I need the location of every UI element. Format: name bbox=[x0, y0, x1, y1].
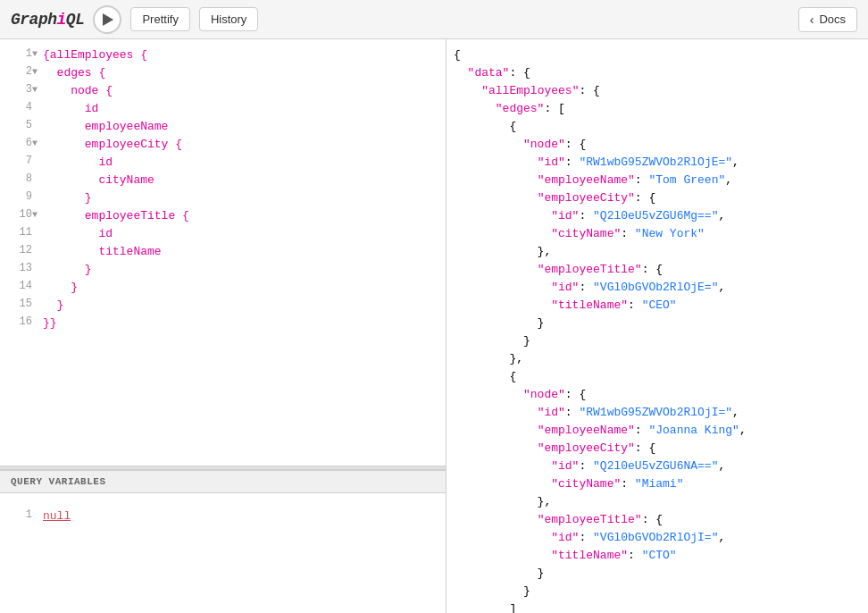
fold-arrow[interactable]: ▼ bbox=[32, 67, 41, 76]
fold-arrow[interactable]: ▼ bbox=[32, 139, 41, 147]
line-number: 8 bbox=[7, 172, 32, 185]
query-line: 5 employeeName bbox=[0, 118, 446, 136]
line-content: titleName bbox=[43, 243, 438, 261]
response-line: "employeeName": "Tom Green", bbox=[447, 172, 868, 189]
query-line: 8 cityName bbox=[0, 172, 446, 189]
line-content: "employeeCity": { bbox=[454, 189, 861, 207]
response-line: "node": { bbox=[447, 136, 868, 154]
line-content: "titleName": "CTO" bbox=[454, 547, 861, 565]
line-content: "edges": [ bbox=[454, 100, 861, 118]
line-content: } bbox=[454, 583, 861, 600]
line-content: "id": "RW1wbG95ZWVOb2RlOjI=", bbox=[454, 404, 861, 422]
fold-arrow[interactable]: ▼ bbox=[32, 85, 41, 94]
line-content: id bbox=[43, 225, 438, 243]
response-panel[interactable]: { "data": { "allEmployees": { "edges": [… bbox=[447, 39, 868, 613]
line-content: { bbox=[454, 118, 861, 136]
variable-line: 1null bbox=[0, 508, 446, 525]
line-content: employeeCity { bbox=[43, 136, 438, 154]
line-number: 7 bbox=[7, 154, 32, 167]
fold-arrow[interactable]: ▼ bbox=[32, 210, 41, 219]
response-line: "edges": [ bbox=[447, 100, 868, 118]
response-line: "employeeName": "Joanna King", bbox=[447, 422, 868, 440]
response-line: "id": "VGl0bGVOb2RlOjI=", bbox=[447, 529, 868, 547]
response-line: "titleName": "CTO" bbox=[447, 547, 868, 565]
line-content: node { bbox=[43, 82, 438, 100]
left-panel: 1▼{allEmployees {2▼ edges {3▼ node {4 id… bbox=[0, 39, 447, 613]
line-content: { bbox=[454, 368, 861, 386]
play-icon bbox=[103, 13, 113, 26]
response-line: "cityName": "Miami" bbox=[447, 475, 868, 493]
query-line: 7 id bbox=[0, 154, 446, 172]
line-content: } bbox=[43, 189, 438, 207]
fold-arrow[interactable]: ▼ bbox=[32, 49, 41, 58]
line-content: } bbox=[43, 261, 438, 279]
query-line: 13 } bbox=[0, 261, 446, 279]
line-number: 9 bbox=[7, 189, 32, 203]
response-line: }, bbox=[447, 350, 868, 368]
line-number: 1 bbox=[7, 46, 32, 60]
prettify-button[interactable]: Prettify bbox=[130, 7, 189, 31]
query-line: 4 id bbox=[0, 100, 446, 118]
query-line: 9 } bbox=[0, 189, 446, 207]
line-content: null bbox=[43, 508, 438, 525]
query-line: 2▼ edges { bbox=[0, 64, 446, 82]
line-content: employeeName bbox=[43, 118, 438, 136]
line-content: "id": "Q2l0eU5vZGU6NA==", bbox=[454, 458, 861, 475]
response-line: "employeeTitle": { bbox=[447, 261, 868, 279]
docs-button[interactable]: ‹ Docs bbox=[798, 7, 857, 32]
response-line: "employeeCity": { bbox=[447, 189, 868, 207]
line-content: } bbox=[454, 565, 861, 583]
variables-editor[interactable]: 1null bbox=[0, 493, 446, 613]
toolbar: GraphiQL Prettify History ‹ Docs bbox=[0, 0, 868, 39]
line-content: "employeeCity": { bbox=[454, 440, 861, 458]
run-button[interactable] bbox=[93, 5, 121, 34]
line-content: }} bbox=[43, 315, 438, 332]
line-content: } bbox=[43, 297, 438, 315]
line-content: "employeeName": "Tom Green", bbox=[454, 172, 861, 189]
query-line: 6▼ employeeCity { bbox=[0, 136, 446, 154]
line-number: 3 bbox=[7, 82, 32, 96]
response-line: "employeeCity": { bbox=[447, 440, 868, 458]
line-number: 10 bbox=[7, 207, 32, 221]
line-content: "titleName": "CEO" bbox=[454, 297, 861, 315]
line-content: "id": "VGl0bGVOb2RlOjE=", bbox=[454, 279, 861, 297]
response-line: "id": "VGl0bGVOb2RlOjE=", bbox=[447, 279, 868, 297]
line-number: 12 bbox=[7, 243, 32, 256]
line-content: edges { bbox=[43, 64, 438, 82]
line-number: 5 bbox=[7, 118, 32, 131]
response-line: } bbox=[447, 565, 868, 583]
line-number: 16 bbox=[7, 315, 32, 328]
query-line: 10▼ employeeTitle { bbox=[0, 207, 446, 225]
query-line: 1▼{allEmployees { bbox=[0, 46, 446, 64]
line-number: 6 bbox=[7, 136, 32, 149]
line-content: "node": { bbox=[454, 386, 861, 404]
line-content: {allEmployees { bbox=[43, 46, 438, 64]
query-editor[interactable]: 1▼{allEmployees {2▼ edges {3▼ node {4 id… bbox=[0, 39, 446, 466]
response-line: }, bbox=[447, 493, 868, 511]
line-content: }, bbox=[454, 243, 861, 261]
line-content: { bbox=[454, 46, 861, 64]
main-layout: 1▼{allEmployees {2▼ edges {3▼ node {4 id… bbox=[0, 39, 868, 613]
line-content: "cityName": "Miami" bbox=[454, 475, 861, 493]
response-line: "id": "Q2l0eU5vZGU6NA==", bbox=[447, 458, 868, 475]
line-number: 11 bbox=[7, 225, 32, 239]
line-content: "allEmployees": { bbox=[454, 82, 861, 100]
line-content: employeeTitle { bbox=[43, 207, 438, 225]
response-line: } bbox=[447, 583, 868, 600]
line-content: "id": "Q2l0eU5vZGU6Mg==", bbox=[454, 207, 861, 225]
line-number: 13 bbox=[7, 261, 32, 274]
query-line: 12 titleName bbox=[0, 243, 446, 261]
line-content: } bbox=[454, 332, 861, 350]
response-line: "id": "RW1wbG95ZWVOb2RlOjI=", bbox=[447, 404, 868, 422]
response-line: { bbox=[447, 368, 868, 386]
response-code-area: { "data": { "allEmployees": { "edges": [… bbox=[447, 39, 868, 613]
line-content: "id": "VGl0bGVOb2RlOjI=", bbox=[454, 529, 861, 547]
logo: GraphiQL bbox=[11, 11, 84, 29]
response-line: }, bbox=[447, 243, 868, 261]
response-line: "node": { bbox=[447, 386, 868, 404]
history-button[interactable]: History bbox=[199, 7, 258, 31]
line-content: "cityName": "New York" bbox=[454, 225, 861, 243]
line-content: }, bbox=[454, 350, 861, 368]
query-line: 16}} bbox=[0, 315, 446, 332]
response-line: "employeeTitle": { bbox=[447, 511, 868, 529]
